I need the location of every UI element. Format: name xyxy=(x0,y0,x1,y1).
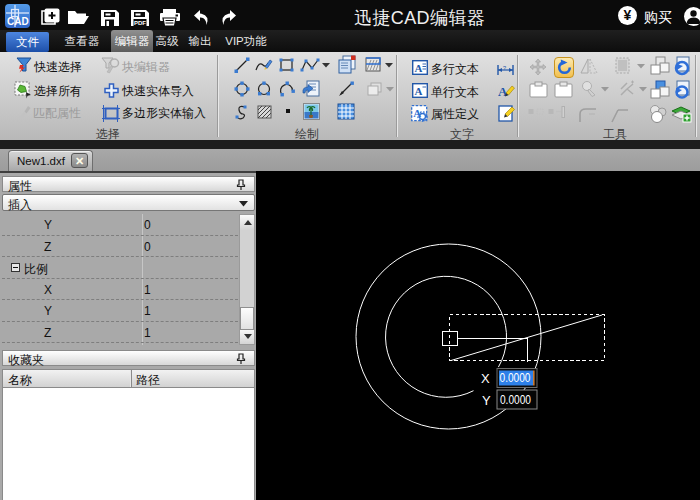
svg-text:0.0000: 0.0000 xyxy=(500,392,531,406)
svg-text:CAD: CAD xyxy=(7,16,29,27)
svg-text:A: A xyxy=(498,84,508,99)
svg-text:?: ? xyxy=(503,65,506,71)
svg-text:A: A xyxy=(415,85,423,97)
svg-text:PDF: PDF xyxy=(134,20,146,26)
svg-text:X: X xyxy=(481,371,490,386)
svg-text:Y: Y xyxy=(482,393,491,408)
svg-text:0.0000: 0.0000 xyxy=(499,370,530,384)
svg-text:A: A xyxy=(415,62,423,74)
